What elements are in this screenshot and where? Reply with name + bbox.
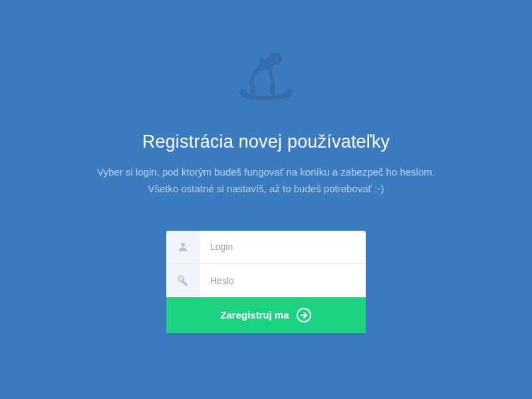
rocking-horse-logo bbox=[233, 48, 299, 110]
svg-rect-0 bbox=[250, 85, 255, 94]
page-title: Registrácia novej používateľky bbox=[142, 132, 390, 152]
svg-point-4 bbox=[180, 277, 181, 279]
subtitle-line-1: Vyber si login, pod ktorým budeš fungova… bbox=[97, 166, 435, 178]
subtitle-line-2: Všetko ostatné si nastavíš, až to budeš … bbox=[148, 183, 384, 194]
svg-point-2 bbox=[181, 243, 185, 247]
login-input[interactable] bbox=[200, 231, 366, 263]
login-row bbox=[166, 231, 366, 264]
submit-label: Zaregistruj ma bbox=[220, 309, 289, 321]
key-icon bbox=[166, 264, 200, 297]
password-row bbox=[166, 264, 366, 297]
submit-button[interactable]: Zaregistruj ma bbox=[166, 297, 366, 333]
user-icon bbox=[166, 231, 200, 263]
svg-rect-1 bbox=[270, 85, 275, 94]
page-subtitle: Vyber si login, pod ktorým budeš fungova… bbox=[97, 164, 435, 198]
arrow-right-circle-icon bbox=[296, 307, 312, 323]
password-input[interactable] bbox=[200, 264, 366, 297]
registration-page: Registrácia novej používateľky Vyber si … bbox=[0, 0, 532, 333]
registration-form: Zaregistruj ma bbox=[166, 231, 366, 333]
